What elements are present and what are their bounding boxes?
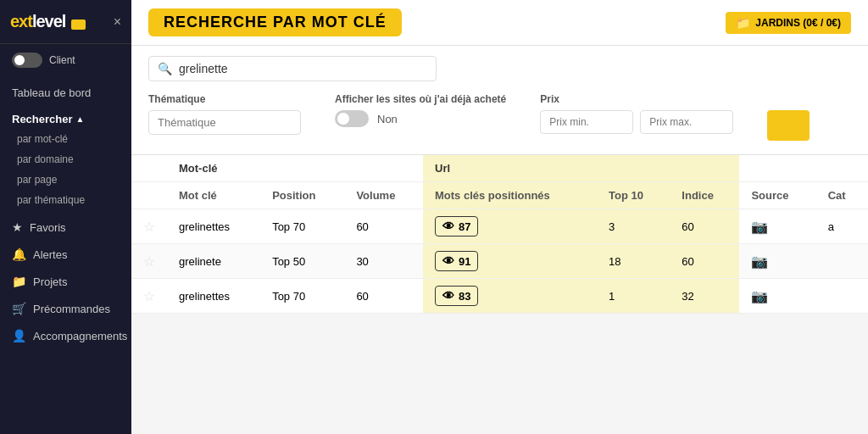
th-motcle: Mot-clé [167,155,260,182]
eye-icon-2: 👁 [442,254,454,268]
sidebar-item-precommandes[interactable]: 🛒 Précommandes [0,295,131,322]
search-input[interactable] [179,62,427,75]
close-icon[interactable]: × [114,14,121,30]
rechercher-label: Rechercher [12,113,73,125]
user-icon: 👤 [12,329,26,342]
eye-badge-1[interactable]: 👁 87 [435,216,478,236]
td-volume-2: 30 [344,244,423,279]
th-sub-source: Source [739,182,815,209]
td-star-1[interactable]: ☆ [131,209,167,244]
td-position-3: Top 70 [260,279,344,314]
sidebar-item-tableau-de-bord[interactable]: Tableau de bord [0,80,131,106]
table-row: ☆ grelinettes Top 70 60 👁 87 3 60 📷 a [131,209,868,244]
th-sub-top10: Top 10 [597,182,670,209]
thematique-filter: Thématique [148,93,301,135]
sidebar-logo-area: extlevel link × [0,0,131,44]
thematique-input[interactable] [148,110,301,135]
logo-highlight: ext [10,12,32,31]
header-bar: RECHERCHE PAR MOT CLÉ 📁 JARDINS (0€ / 0€… [131,0,868,46]
cart-icon: 🛒 [12,302,26,315]
camera-icon-1: 📷 [751,220,768,234]
sidebar-item-alertes[interactable]: 🔔 Alertes [0,241,131,268]
projets-label: Projets [33,275,67,288]
eye-icon-3: 👁 [442,289,454,303]
td-volume-3: 60 [344,279,423,314]
td-keyword-1: grelinettes [167,209,260,244]
td-position-2: Top 50 [260,244,344,279]
logo-link: link [71,19,86,30]
sidebar-item-favoris[interactable]: ★ Favoris [0,214,131,241]
sidebar: extlevel link × Client Tableau de bord R… [0,0,131,434]
td-keyword-2: grelinete [167,244,260,279]
star-empty-icon[interactable]: ☆ [143,289,155,303]
th-position-spacer [260,155,344,182]
td-volume-1: 60 [344,209,423,244]
source-filter-button[interactable] [767,110,810,141]
already-bought-row: Non [335,110,506,127]
th-sub-mots-cles: Mots clés positionnés [423,182,597,209]
sidebar-item-projets[interactable]: 📁 Projets [0,268,131,295]
search-section: 🔍 Thématique Afficher les sites où j'ai … [131,46,868,155]
td-source-2: 📷 [739,244,815,279]
client-label: Client [49,54,75,66]
star-icon: ★ [12,220,23,234]
prix-min-input[interactable] [540,110,633,134]
bell-icon: 🔔 [12,248,26,261]
sidebar-item-rechercher[interactable]: Rechercher ▲ [0,106,131,129]
td-keyword-3: grelinettes [167,279,260,314]
td-cat-2 [816,244,868,279]
client-toggle-row: Client [0,44,131,76]
already-bought-toggle[interactable] [335,110,369,127]
favoris-label: Favoris [30,221,66,234]
th-sub-volume: Volume [344,182,423,209]
td-source-3: 📷 [739,279,815,314]
td-motscles-2: 18 [597,244,670,279]
search-icon: 🔍 [158,62,172,75]
search-input-row: 🔍 [148,56,437,81]
thematique-label: Thématique [148,93,301,105]
td-source-1: 📷 [739,209,815,244]
td-eye-1[interactable]: 👁 87 [423,209,597,244]
already-bought-state: Non [377,113,398,125]
td-top10-3: 32 [670,279,739,314]
th-volume-spacer [344,155,423,182]
table-row: ☆ grelinettes Top 70 60 👁 83 1 32 📷 [131,279,868,314]
td-eye-2[interactable]: 👁 91 [423,244,597,279]
sidebar-item-par-mot-cle[interactable]: par mot-clé [0,129,131,149]
eye-value-1: 87 [459,220,470,233]
main-content: RECHERCHE PAR MOT CLÉ 📁 JARDINS (0€ / 0€… [131,0,868,434]
th-sub-indice: Indice [670,182,739,209]
eye-value-2: 91 [459,255,470,268]
eye-badge-3[interactable]: 👁 83 [435,286,478,306]
client-toggle[interactable] [12,53,42,68]
prix-max-input[interactable] [640,110,733,134]
eye-badge-2[interactable]: 👁 91 [435,251,478,271]
eye-icon-1: 👁 [442,220,454,233]
th-star [131,155,167,182]
th-sub-cat: Cat [816,182,868,209]
alertes-label: Alertes [33,248,67,261]
td-cat-3 [816,279,868,314]
th-source-spacer [739,155,815,182]
th-sub-position: Position [260,182,344,209]
already-bought-label: Afficher les sites où j'ai déjà acheté [335,93,506,105]
td-star-2[interactable]: ☆ [131,244,167,279]
sidebar-item-accompagnements[interactable]: 👤 Accompagnements [0,322,131,349]
sidebar-item-par-page[interactable]: par page [0,170,131,190]
sidebar-item-par-domaine[interactable]: par domaine [0,149,131,170]
camera-icon-3: 📷 [751,289,768,303]
star-empty-icon[interactable]: ☆ [143,220,155,234]
jardins-folder-icon: 📁 [736,16,750,30]
table-area: Mot-clé Url Mot clé Position Volume Mots… [131,155,868,434]
th-sub-motcle: Mot clé [167,182,260,209]
td-eye-3[interactable]: 👁 83 [423,279,597,314]
accompagnements-label: Accompagnements [33,330,127,342]
already-bought-filter: Afficher les sites où j'ai déjà acheté N… [335,93,506,127]
td-star-3[interactable]: ☆ [131,279,167,314]
th-sub-star [131,182,167,209]
sidebar-item-par-thematique[interactable]: par thématique [0,190,131,210]
results-table: Mot-clé Url Mot clé Position Volume Mots… [131,155,868,314]
star-empty-icon[interactable]: ☆ [143,254,155,269]
jardins-badge[interactable]: 📁 JARDINS (0€ / 0€) [726,12,851,34]
td-top10-2: 60 [670,244,739,279]
